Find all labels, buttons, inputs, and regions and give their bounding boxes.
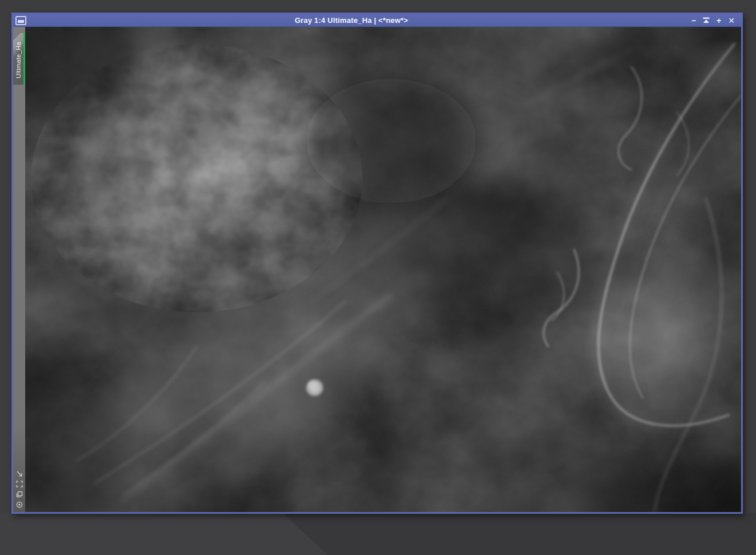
shade-button[interactable] <box>702 17 710 25</box>
selection-frame-icon <box>15 480 23 488</box>
view-selector-strip: Ultimate_Ha <box>13 27 25 512</box>
window-titlebar[interactable]: Gray 1:4 Ultimate_Ha | <*new*> − + ✕ <box>13 14 741 27</box>
duplicate-button[interactable] <box>15 490 24 499</box>
image-view[interactable] <box>25 27 741 512</box>
window-controls: − + ✕ <box>690 17 741 25</box>
image-window: Gray 1:4 Ultimate_Ha | <*new*> − + ✕ Ult… <box>11 13 743 514</box>
target-icon <box>15 501 23 509</box>
side-toolbar <box>13 469 25 512</box>
shade-icon <box>703 17 710 23</box>
target-button[interactable] <box>15 500 24 509</box>
close-button[interactable]: ✕ <box>727 17 735 25</box>
duplicate-icon <box>15 490 23 498</box>
view-tab-label: Ultimate_Ha <box>14 37 22 84</box>
nebula-image <box>25 27 741 512</box>
resize-arrow-button[interactable] <box>15 469 24 478</box>
selection-frame-button[interactable] <box>15 479 24 489</box>
view-tab-ultimate-ha[interactable]: Ultimate_Ha <box>13 33 25 85</box>
workspace-background: Gray 1:4 Ultimate_Ha | <*new*> − + ✕ Ult… <box>0 0 756 555</box>
window-title: Gray 1:4 Ultimate_Ha | <*new*> <box>13 14 690 26</box>
maximize-button[interactable]: + <box>715 17 723 25</box>
minimize-button[interactable]: − <box>690 17 698 25</box>
window-menu-icon[interactable] <box>15 16 26 25</box>
window-body: Ultimate_Ha <box>13 27 741 512</box>
resize-arrow-icon <box>15 470 23 478</box>
